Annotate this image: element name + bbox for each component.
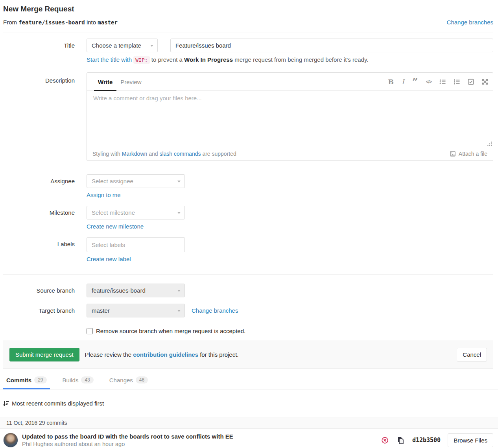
bold-icon[interactable]: B bbox=[388, 77, 394, 87]
quote-icon[interactable]: ” bbox=[412, 79, 418, 85]
source-branch-row: Source branch feature/issues-board bbox=[3, 284, 493, 297]
chevron-down-icon bbox=[177, 181, 181, 183]
description-row: Description Write Preview B I ” </> bbox=[3, 72, 493, 161]
sort-note: Most recent commits displayed first bbox=[0, 389, 498, 407]
create-new-milestone-link[interactable]: Create new milestone bbox=[87, 223, 144, 230]
title-row: Title Choose a template Start the title … bbox=[3, 39, 493, 63]
slash-commands-link[interactable]: slash commands bbox=[159, 151, 201, 157]
markdown-toolbar: B I ” </> bbox=[388, 77, 488, 87]
target-branch-dropdown-value: master bbox=[92, 307, 110, 314]
milestone-row: Milestone Select milestone Create new mi… bbox=[3, 206, 493, 230]
copy-sha-icon[interactable] bbox=[398, 437, 404, 444]
target-branch-label: Target branch bbox=[3, 304, 75, 317]
tab-preview[interactable]: Preview bbox=[116, 73, 145, 91]
wip-code: WIP: bbox=[133, 56, 149, 64]
page-header: New Merge Request From feature/issues-bo… bbox=[3, 0, 493, 33]
labels-label: Labels bbox=[3, 237, 75, 251]
milestone-dropdown[interactable]: Select milestone bbox=[87, 206, 185, 219]
markdown-editor-body bbox=[87, 91, 493, 147]
chevron-down-icon bbox=[150, 45, 153, 47]
styling-with-label: Styling with bbox=[92, 151, 120, 157]
sort-descending-icon bbox=[3, 400, 9, 407]
tab-commits-count: 29 bbox=[34, 376, 46, 383]
commit-sha[interactable]: d12b3500 bbox=[412, 437, 441, 444]
wip-hint: Start the title with WIP: to prevent a W… bbox=[87, 56, 493, 63]
commit-day-header: 11 Oct, 2016 29 commits bbox=[0, 417, 498, 429]
form-actions: Submit merge request Please review the c… bbox=[3, 341, 493, 369]
fullscreen-icon[interactable] bbox=[482, 77, 488, 87]
change-branches-link[interactable]: Change branches bbox=[447, 19, 493, 26]
contribution-guidelines-link[interactable]: contribution guidelines bbox=[133, 351, 198, 358]
assignee-label: Assignee bbox=[3, 174, 75, 188]
review-suffix: for this project. bbox=[200, 351, 238, 358]
description-label: Description bbox=[3, 72, 75, 84]
description-textarea[interactable] bbox=[87, 91, 493, 147]
markdown-editor-footer: Styling with Markdown and slash commands… bbox=[87, 147, 493, 160]
markdown-editor-header: Write Preview B I ” </> bbox=[87, 73, 493, 91]
assign-to-me-link[interactable]: Assign to me bbox=[87, 192, 121, 198]
ci-status-failed-icon[interactable] bbox=[382, 437, 388, 444]
source-branch-dropdown-value: feature/issues-board bbox=[92, 287, 146, 294]
tab-commits[interactable]: Commits 29 bbox=[3, 371, 50, 389]
tab-changes[interactable]: Changes 46 bbox=[106, 371, 151, 389]
submit-merge-request-button[interactable]: Submit merge request bbox=[9, 348, 79, 361]
bullet-list-icon[interactable] bbox=[439, 77, 446, 87]
chevron-down-icon bbox=[177, 290, 181, 292]
tab-changes-label: Changes bbox=[109, 377, 133, 383]
merge-request-tabs: Commits 29 Builds 43 Changes 46 bbox=[0, 371, 498, 389]
title-input[interactable] bbox=[170, 39, 493, 52]
cancel-button[interactable]: Cancel bbox=[457, 348, 487, 361]
template-dropdown[interactable]: Choose a template bbox=[87, 39, 158, 52]
code-icon[interactable]: </> bbox=[426, 77, 432, 87]
remove-source-branch-row: Remove source branch when merge request … bbox=[87, 328, 493, 334]
into-label: into bbox=[87, 19, 96, 26]
commit-row: Updated to pass the board ID with the bo… bbox=[0, 429, 498, 448]
tab-write[interactable]: Write bbox=[94, 73, 116, 91]
browse-files-button[interactable]: Browse Files bbox=[448, 433, 493, 447]
source-branch-dropdown: feature/issues-board bbox=[87, 284, 185, 297]
review-prefix: Please review the bbox=[85, 351, 131, 358]
markdown-link[interactable]: Markdown bbox=[122, 151, 148, 157]
sort-note-label: Most recent commits displayed first bbox=[12, 400, 104, 407]
hint-mid: to prevent a bbox=[151, 56, 183, 63]
numbered-list-icon[interactable] bbox=[454, 77, 460, 87]
section-divider bbox=[3, 274, 493, 275]
wip-hint-link[interactable]: Start the title with bbox=[87, 56, 132, 63]
hint-end: merge request from being merged before i… bbox=[234, 56, 368, 63]
tab-changes-count: 46 bbox=[136, 376, 148, 383]
tab-builds-count: 43 bbox=[81, 376, 93, 383]
assignee-dropdown[interactable]: Select assignee bbox=[87, 174, 185, 188]
target-branch-row: Target branch master Change branches Rem… bbox=[3, 304, 493, 334]
chevron-down-icon bbox=[177, 212, 181, 214]
labels-row: Labels Create new label bbox=[3, 237, 493, 262]
markdown-editor: Write Preview B I ” </> bbox=[87, 72, 493, 161]
attach-file-button[interactable]: Attach a file bbox=[450, 151, 487, 157]
title-label: Title bbox=[3, 39, 75, 52]
new-merge-request-page: New Merge Request From feature/issues-bo… bbox=[0, 0, 498, 369]
tab-builds[interactable]: Builds 43 bbox=[59, 371, 97, 389]
source-branch-name: feature/issues-board bbox=[18, 19, 85, 26]
template-dropdown-value: Choose a template bbox=[92, 42, 141, 49]
commit-title-link[interactable]: Updated to pass the board ID with the bo… bbox=[22, 433, 233, 440]
supported-label: are supported bbox=[202, 151, 236, 157]
assignee-dropdown-value: Select assignee bbox=[92, 178, 133, 184]
from-label: From bbox=[3, 19, 17, 26]
hint-bold: Work In Progress bbox=[184, 56, 233, 63]
chevron-down-icon bbox=[177, 310, 181, 312]
create-new-label-link[interactable]: Create new label bbox=[87, 256, 131, 262]
target-branch-name: master bbox=[98, 19, 118, 26]
image-icon bbox=[450, 151, 456, 157]
assignee-row: Assignee Select assignee Assign to me bbox=[3, 174, 493, 198]
page-title: New Merge Request bbox=[3, 5, 493, 13]
remove-source-branch-checkbox[interactable] bbox=[87, 328, 93, 334]
source-branch-label: Source branch bbox=[3, 284, 75, 297]
change-branches-link-bottom[interactable]: Change branches bbox=[192, 307, 238, 314]
attach-file-label: Attach a file bbox=[459, 151, 487, 157]
task-list-icon[interactable] bbox=[468, 77, 474, 87]
target-branch-dropdown[interactable]: master bbox=[87, 304, 185, 317]
remove-source-branch-label: Remove source branch when merge request … bbox=[96, 328, 245, 334]
italic-icon[interactable]: I bbox=[402, 77, 404, 87]
branch-summary: From feature/issues-board into master Ch… bbox=[3, 19, 493, 26]
labels-input[interactable] bbox=[87, 237, 185, 252]
tab-commits-label: Commits bbox=[6, 377, 31, 383]
